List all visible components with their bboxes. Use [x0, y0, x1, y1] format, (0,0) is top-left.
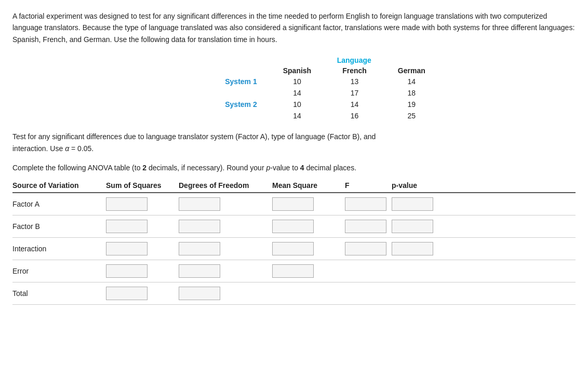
error-ss-cell	[106, 264, 179, 278]
anova-header: Source of Variation Sum of Squares Degre…	[12, 181, 576, 193]
col-french: French	[327, 65, 382, 76]
interaction-ms-input[interactable]	[272, 242, 314, 255]
anova-row-factor-b: Factor B	[12, 215, 576, 238]
header-ss: Sum of Squares	[106, 181, 179, 190]
anova-section: Source of Variation Sum of Squares Degre…	[12, 181, 576, 305]
factor-a-df-cell	[179, 197, 272, 211]
instructions1: Test for any significant differences due…	[12, 131, 576, 155]
interaction-ss-input[interactable]	[106, 242, 148, 255]
factor-b-df-input[interactable]	[179, 220, 220, 233]
header-source: Source of Variation	[12, 181, 106, 190]
factor-b-ss-cell	[106, 220, 179, 233]
error-df-cell	[179, 264, 272, 278]
factor-a-label: Factor A	[12, 200, 106, 208]
factor-a-ss-cell	[106, 197, 179, 211]
factor-a-ss-input[interactable]	[106, 197, 148, 211]
factor-a-ms-cell	[272, 197, 345, 211]
factor-b-f-cell	[345, 220, 392, 233]
factor-a-ms-input[interactable]	[272, 197, 314, 211]
s1-r1-german: 14	[382, 76, 441, 87]
system2-label: System 2	[209, 99, 267, 110]
s2-r1-spanish: 10	[268, 99, 327, 110]
interaction-f-input[interactable]	[345, 242, 386, 255]
s2-r2-german: 25	[382, 110, 441, 122]
s1-r1-french: 13	[327, 76, 382, 87]
interaction-pval-cell	[392, 242, 444, 255]
s2-r1-german: 19	[382, 99, 441, 110]
interaction-df-cell	[179, 242, 272, 255]
error-df-input[interactable]	[179, 264, 220, 278]
language-header: Language	[268, 55, 441, 65]
factor-a-f-input[interactable]	[345, 197, 386, 211]
factor-b-label: Factor B	[12, 222, 106, 231]
system1-label: System 1	[209, 76, 267, 87]
s2-r1-french: 14	[327, 99, 382, 110]
s1-r2-spanish: 14	[268, 87, 327, 99]
header-pval: p-value	[392, 181, 444, 190]
intro-paragraph: A factorial experiment was designed to t…	[12, 10, 576, 45]
error-ms-input[interactable]	[272, 264, 314, 278]
factor-b-ms-cell	[272, 220, 345, 233]
s1-r1-spanish: 10	[268, 76, 327, 87]
header-df: Degrees of Freedom	[179, 181, 272, 190]
factor-b-pval-input[interactable]	[392, 220, 433, 233]
data-table-wrapper: Language Spanish French German System 1 …	[12, 55, 576, 122]
data-table: Language Spanish French German System 1 …	[147, 55, 441, 122]
error-ss-input[interactable]	[106, 264, 148, 278]
interaction-f-cell	[345, 242, 392, 255]
anova-row-error: Error	[12, 260, 576, 282]
instructions2: Complete the following ANOVA table (to 2…	[12, 162, 576, 174]
factor-a-f-cell	[345, 197, 392, 211]
total-label: Total	[12, 289, 106, 298]
interaction-label: Interaction	[12, 245, 106, 253]
total-df-input[interactable]	[179, 287, 220, 300]
factor-a-df-input[interactable]	[179, 197, 220, 211]
interaction-df-input[interactable]	[179, 242, 220, 255]
anova-row-interaction: Interaction	[12, 238, 576, 260]
header-f: F	[345, 181, 392, 190]
anova-row-factor-a: Factor A	[12, 193, 576, 215]
total-ss-input[interactable]	[106, 287, 148, 300]
s2-r2-spanish: 14	[268, 110, 327, 122]
factor-b-f-input[interactable]	[345, 220, 386, 233]
s1-r2-german: 18	[382, 87, 441, 99]
interaction-pval-input[interactable]	[392, 242, 433, 255]
error-ms-cell	[272, 264, 345, 278]
factor-b-ms-input[interactable]	[272, 220, 314, 233]
factor-b-ss-input[interactable]	[106, 220, 148, 233]
s1-r2-french: 17	[327, 87, 382, 99]
factor-b-df-cell	[179, 220, 272, 233]
s2-r2-french: 16	[327, 110, 382, 122]
header-ms: Mean Square	[272, 181, 345, 190]
factor-b-pval-cell	[392, 220, 444, 233]
col-spanish: Spanish	[268, 65, 327, 76]
total-ss-cell	[106, 287, 179, 300]
error-label: Error	[12, 267, 106, 275]
interaction-ms-cell	[272, 242, 345, 255]
total-df-cell	[179, 287, 272, 300]
interaction-ss-cell	[106, 242, 179, 255]
factor-a-pval-cell	[392, 197, 444, 211]
col-german: German	[382, 65, 441, 76]
factor-a-pval-input[interactable]	[392, 197, 433, 211]
anova-row-total: Total	[12, 282, 576, 305]
